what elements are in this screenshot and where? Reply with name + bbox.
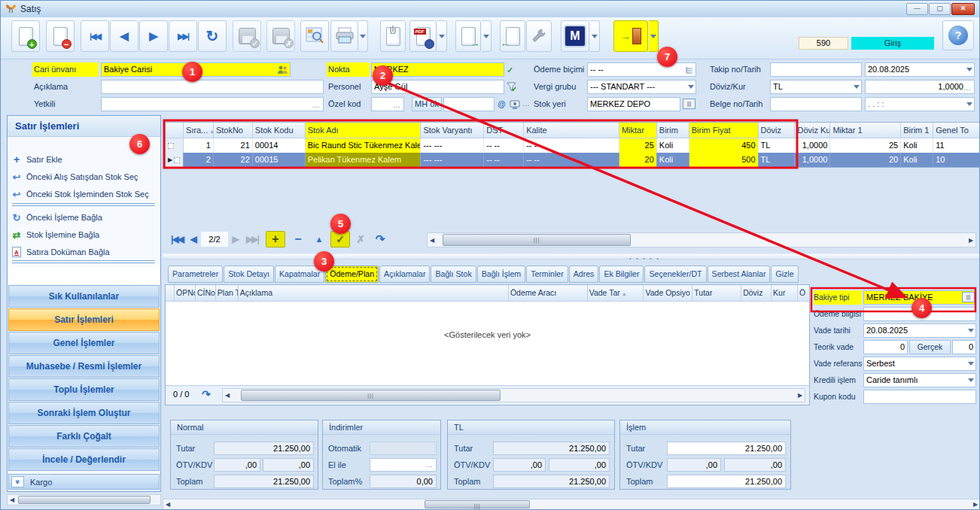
ellipsis-icon[interactable]: … xyxy=(425,459,434,471)
sidebar-menu-genel-islemler[interactable]: Genel İşlemler xyxy=(8,332,160,354)
op-header[interactable]: Döviz xyxy=(741,285,772,302)
grid-header[interactable]: Sıra...▲ xyxy=(184,123,214,138)
grid-header[interactable]: Stok Varyantı xyxy=(421,123,484,138)
grid-header[interactable]: Birim 1 xyxy=(901,123,933,138)
mh-ok-button[interactable]: MH ök xyxy=(412,97,442,111)
row-cancel-button[interactable]: ✗ xyxy=(352,231,370,247)
delete-document-button[interactable]: − xyxy=(46,20,75,52)
pdf-dropdown[interactable] xyxy=(437,20,447,52)
nav-last-button[interactable]: ▶▶| xyxy=(243,231,261,247)
tab-odeme-plan[interactable]: Ödeme/Plan xyxy=(325,266,379,283)
grid-header[interactable]: Stok Adı xyxy=(306,123,422,138)
scrollbar-thumb[interactable]: ||| xyxy=(443,234,631,246)
mikro-dropdown[interactable] xyxy=(590,20,600,52)
grid-row-2-selected[interactable]: ▶ 2 22 00015 Pelikan Tükenmez Kalem --- … xyxy=(166,153,980,167)
nav-next-button[interactable]: ▶ xyxy=(230,231,242,247)
mikro-button[interactable]: M xyxy=(561,20,589,52)
save-button[interactable]: ✓ xyxy=(233,20,261,52)
belge-no-field[interactable] xyxy=(770,97,862,111)
tab-gizle[interactable]: Gizle xyxy=(771,266,798,283)
scroll-left-icon[interactable]: ◀ xyxy=(428,237,437,244)
barcode-icon[interactable]: ||| xyxy=(962,292,975,302)
el-ile-field[interactable]: … xyxy=(370,458,437,472)
copy-transfer-dropdown[interactable] xyxy=(482,20,492,52)
scroll-right-icon[interactable]: ▶ xyxy=(796,392,805,399)
scroll-right-icon[interactable]: ▶ xyxy=(971,501,980,508)
belge-tarih-field[interactable]: . . : : xyxy=(865,97,975,111)
title-bar[interactable]: Satış — ▢ ✕ xyxy=(1,1,979,17)
expand-box-icon[interactable] xyxy=(174,157,180,163)
sidebar-action-stok-islemine[interactable]: ⇄Stok İşlemine Bağla xyxy=(11,226,158,243)
tab-ek-bilgiler[interactable]: Ek Bilgiler xyxy=(599,266,644,283)
scroll-left-icon[interactable]: ◀ xyxy=(163,501,172,508)
row-edit-button[interactable]: ▲ xyxy=(309,231,329,247)
grid-header[interactable]: Kalite xyxy=(524,123,619,138)
scroll-left-icon[interactable]: ◀ xyxy=(8,496,17,503)
sidebar-action-dokuman-bagla[interactable]: ASatıra Doküman Bağla xyxy=(11,244,158,260)
sidebar-menu-sik-kullanilanlar[interactable]: Sık Kullanılanlar xyxy=(8,285,160,308)
op-header[interactable]: Vade Opsiyo xyxy=(644,285,692,302)
sidebar-scrollbar[interactable]: ◀ xyxy=(7,494,161,505)
op-header[interactable]: Plan Türü xyxy=(216,285,239,302)
yetkili-field[interactable]: … xyxy=(101,97,324,111)
grid-scrollbar[interactable]: ◀ ||| ▶ xyxy=(427,232,976,247)
grid-header[interactable]: StokNo xyxy=(214,123,253,138)
ellipsis-icon[interactable]: … xyxy=(393,99,401,111)
monitor-icon[interactable] xyxy=(510,99,520,111)
row-delete-button[interactable]: − xyxy=(288,231,308,247)
new-document-button[interactable]: + xyxy=(11,20,40,52)
tutar-field[interactable]: 21.250,00 xyxy=(667,442,786,455)
kur-field[interactable]: 1,0000… xyxy=(865,80,975,94)
save-close-button[interactable]: ✗ xyxy=(266,20,295,52)
tab-bagli-islem[interactable]: Bağlı İşlem xyxy=(477,266,525,283)
personel-field[interactable]: Ayşe Gül xyxy=(371,80,504,94)
grid-header[interactable]: Miktar xyxy=(619,123,657,138)
tab-secenekler-dt[interactable]: Seçenekler/DT xyxy=(644,266,706,283)
scrollbar-thumb[interactable]: ||| xyxy=(241,390,501,401)
vergi-grubu-select[interactable]: --- STANDART --- xyxy=(587,80,696,94)
kredili-islem-select[interactable]: Caride tanımlı xyxy=(863,373,976,387)
email-at-icon[interactable]: @ xyxy=(498,98,506,110)
ellipsis-icon[interactable]: … xyxy=(312,99,321,111)
sidebar-menu-sonraki-islem[interactable]: Sonraki İşlem Oluştur xyxy=(8,402,160,424)
ellipsis-icon[interactable]: … xyxy=(522,97,530,109)
barcode-icon[interactable]: ||| xyxy=(683,99,695,109)
tab-parametreler[interactable]: Parametreler xyxy=(168,266,223,283)
sidebar-menu-incele[interactable]: İncele / Değerlendir xyxy=(8,448,160,471)
kargo-bar[interactable]: »Kargo xyxy=(8,474,160,490)
kupon-kodu-field[interactable] xyxy=(863,390,976,404)
op-refresh-icon[interactable]: ↷ xyxy=(202,388,211,400)
print-dropdown[interactable] xyxy=(358,20,368,52)
tab-serbest-alanlar[interactable]: Serbest Alanlar xyxy=(708,266,771,283)
toplam-field[interactable]: 21.250,00 xyxy=(667,475,786,488)
pdf-export-button[interactable]: PDF xyxy=(409,20,437,52)
ozel-kod-field[interactable]: … xyxy=(371,97,404,111)
ellipsis-icon[interactable]: … xyxy=(963,81,972,94)
op-header[interactable]: Kur xyxy=(772,285,798,302)
exit-button[interactable]: → xyxy=(613,20,648,52)
sidebar-action-onceki-isleme[interactable]: ↻Önceki İşleme Bağla xyxy=(11,209,158,226)
grid-search-button[interactable] xyxy=(300,20,329,52)
scroll-left-icon[interactable]: ◀ xyxy=(223,392,232,399)
op-header[interactable]: Açıklama xyxy=(239,285,509,302)
window-scrollbar[interactable]: ◀ ||| ▶ xyxy=(163,499,980,510)
aciklama-field[interactable] xyxy=(101,80,324,94)
print-button[interactable] xyxy=(330,20,358,52)
maximize-button[interactable]: ▢ xyxy=(929,3,951,15)
grid-header[interactable]: DST xyxy=(484,123,524,138)
odeme-bicimi-field[interactable]: -- -- xyxy=(587,62,696,77)
scrollbar-thumb[interactable]: ||| xyxy=(425,500,530,508)
tab-aciklamalar[interactable]: Açıklamalar xyxy=(379,266,430,283)
nav-first-button[interactable]: |◀◀ xyxy=(168,231,186,247)
grid-row-1[interactable]: 1 21 00014 Bic Raund Stic Tükenmez Kalem… xyxy=(166,138,980,153)
help-button[interactable]: ? xyxy=(942,20,974,50)
takip-no-field[interactable] xyxy=(770,62,862,77)
op-header[interactable]: ÖPNo xyxy=(175,285,196,302)
close-button[interactable]: ✕ xyxy=(951,3,975,15)
copy-transfer-button[interactable]: → xyxy=(455,20,481,52)
takip-tarih-field[interactable]: 20.08.2025 xyxy=(865,62,975,77)
vade-referansi-select[interactable]: Serbest xyxy=(863,357,976,371)
attachment-button[interactable] xyxy=(380,20,406,52)
settings-button[interactable] xyxy=(526,20,552,52)
tab-adres[interactable]: Adres xyxy=(569,266,599,283)
